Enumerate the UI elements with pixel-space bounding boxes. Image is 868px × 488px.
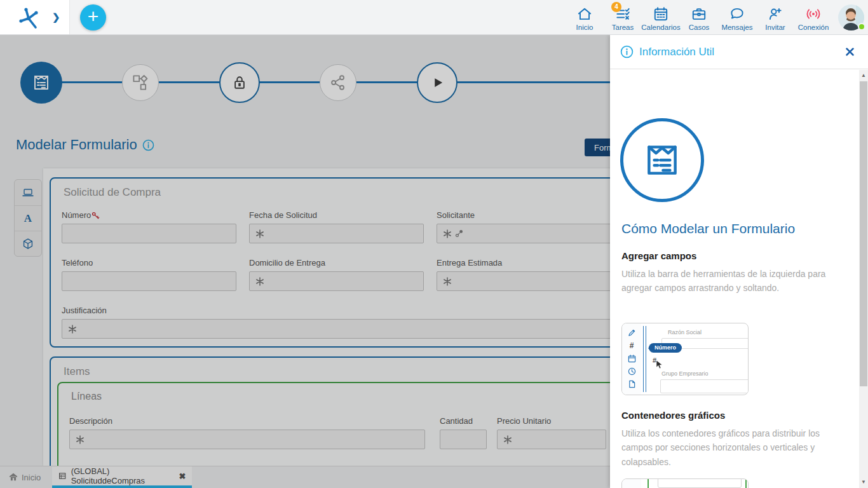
help-panel-body: Cómo Modelar un Formulario Agregar campo… [610, 70, 859, 488]
signal-icon [805, 6, 822, 22]
mini-calendar-icon [628, 355, 636, 363]
scroll-down-arrow[interactable]: ▼ [859, 478, 868, 487]
help-section-title-1: Agregar campos [621, 250, 696, 261]
drop-target-guide [643, 326, 646, 392]
user-avatar[interactable] [838, 4, 864, 30]
app-logo-icon[interactable] [17, 4, 43, 30]
nav-calendarios[interactable]: Calendarios [642, 4, 680, 31]
expand-menu-chevron-icon[interactable]: ❯ [52, 11, 60, 23]
logo-box: ❯ [0, 0, 70, 34]
mini-input-grupo-empresario [660, 379, 749, 393]
briefcase-icon [691, 6, 707, 22]
info-circle-icon [620, 45, 634, 58]
nav-casos[interactable]: Casos [680, 4, 718, 31]
user-plus-icon [767, 6, 783, 22]
nav-tareas[interactable]: 4 Tareas [604, 4, 642, 31]
scroll-up-arrow[interactable]: ▲ [859, 71, 868, 80]
form-large-icon [641, 139, 683, 181]
mini-doc-icon [628, 380, 636, 388]
online-status-dot [858, 23, 865, 30]
mouse-cursor-icon [656, 360, 663, 369]
mini-clock-icon [628, 367, 636, 376]
main-area: Modelar Formulario Formulario A Solicitu… [0, 35, 868, 488]
nav-inicio[interactable]: Inicio [566, 4, 604, 31]
mini-inner-input [658, 478, 742, 488]
top-bar: ❯ + Inicio 4 Tareas Calendarios Casos Me… [0, 0, 868, 35]
nav-invitar[interactable]: Invitar [756, 4, 794, 31]
calendar-icon [653, 6, 669, 22]
help-panel: Información Util Cómo Modelar un Formula… [610, 35, 868, 488]
chat-icon [729, 6, 745, 22]
nav-mensajes[interactable]: Mensajes [718, 4, 756, 31]
mini-toolbar: # [622, 323, 641, 395]
pencil-icon [628, 329, 636, 337]
add-button[interactable]: + [80, 4, 106, 30]
panel-scrollbar[interactable]: ▲ ▼ [859, 70, 868, 488]
drag-tooltip: Número [649, 343, 682, 353]
tareas-badge: 4 [611, 2, 621, 12]
form-badge-circle [620, 118, 704, 202]
help-figure-add-fields: # Razón Social Número # Grupo Empresario [621, 323, 749, 395]
scrollbar-thumb[interactable] [860, 81, 867, 386]
help-panel-title: Información Util [639, 46, 846, 58]
main-nav: Inicio 4 Tareas Calendarios Casos Mensaj… [566, 0, 832, 35]
help-section-title-2: Contenedores gráficos [621, 410, 725, 421]
mini-toolbar-2: ≡ [622, 479, 641, 488]
help-panel-header: Información Util [610, 35, 868, 69]
close-panel-icon[interactable] [846, 48, 854, 56]
help-heading: Cómo Modelar un Formulario [621, 221, 795, 236]
home-icon [576, 6, 593, 22]
help-section-text-1: Utiliza la barra de herramientas de la i… [621, 267, 846, 295]
nav-conexion[interactable]: Conexión [794, 4, 832, 31]
number-field-icon: # [630, 341, 634, 350]
help-figure-containers: ≡ Correos Electrónicos [621, 478, 749, 488]
help-section-text-2: Utiliza los contenedores gráficos para d… [621, 426, 846, 469]
